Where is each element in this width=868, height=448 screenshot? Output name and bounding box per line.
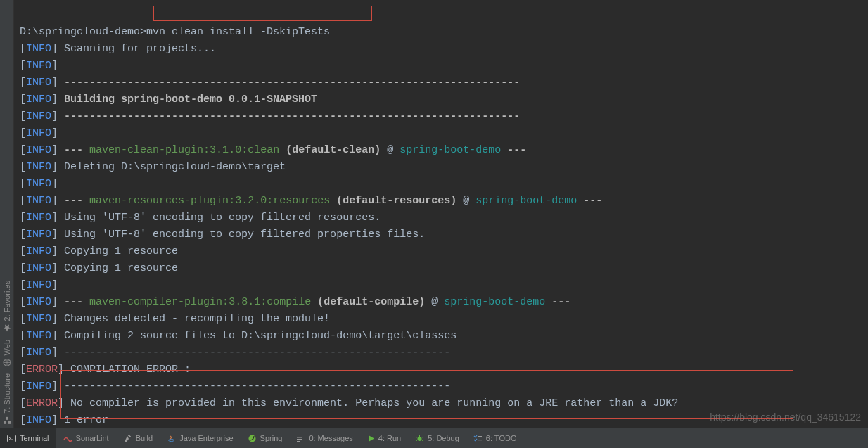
sonarlint-icon bbox=[63, 434, 72, 443]
tool-build-label: Build bbox=[136, 434, 153, 442]
log-text: 1 error bbox=[64, 414, 108, 426]
log-text: --- bbox=[507, 144, 526, 156]
log-level-info: INFO bbox=[26, 161, 51, 173]
log-level-info: INFO bbox=[26, 414, 51, 426]
bottom-toolbar: Terminal SonarLint Build Java Enterprise… bbox=[0, 428, 868, 448]
watermark: https://blog.csdn.net/qq_34615122 bbox=[710, 411, 861, 423]
log-text: @ bbox=[387, 144, 393, 156]
log-level-info: INFO bbox=[26, 330, 51, 342]
terminal-output[interactable]: D:\springcloud-demo>mvn clean install -D… bbox=[14, 0, 868, 428]
log-text: --- bbox=[583, 195, 602, 207]
tool-terminal-label: Terminal bbox=[20, 434, 49, 442]
log-level-info: INFO bbox=[26, 229, 51, 241]
gutter-favorites-label: 2: Favorites bbox=[3, 281, 11, 321]
svg-rect-4 bbox=[8, 435, 16, 442]
tool-java-enterprise[interactable]: Java Enterprise bbox=[160, 428, 240, 448]
gutter-web-label: Web bbox=[3, 340, 11, 355]
star-icon bbox=[3, 324, 11, 333]
log-text: Deleting D:\springcloud-demo\target bbox=[64, 161, 286, 173]
log-plugin: maven-resources-plugin:3.2.0:resources bbox=[89, 195, 330, 207]
log-text: Using 'UTF-8' encoding to copy filtered … bbox=[64, 212, 381, 224]
svg-rect-5 bbox=[128, 434, 131, 437]
log-level-info: INFO bbox=[26, 347, 51, 359]
svg-rect-2 bbox=[6, 417, 8, 420]
tool-run[interactable]: 4: Run bbox=[360, 428, 408, 448]
run-icon bbox=[367, 435, 375, 442]
log-error-text: COMPILATION ERROR : bbox=[70, 364, 191, 376]
tool-java-enterprise-label: Java Enterprise bbox=[179, 434, 233, 442]
log-level-info: INFO bbox=[26, 313, 51, 325]
tool-messages-label: 0: Messages bbox=[309, 434, 352, 442]
gutter-favorites[interactable]: 2: Favorites bbox=[3, 281, 11, 332]
gutter-structure-label: 7: Structure bbox=[3, 373, 11, 414]
java-enterprise-icon bbox=[167, 434, 176, 443]
log-level-info: INFO bbox=[26, 60, 51, 72]
svg-rect-0 bbox=[8, 421, 11, 424]
log-level-info: INFO bbox=[26, 178, 51, 190]
log-level-error: ERROR bbox=[26, 364, 58, 376]
log-level-info: INFO bbox=[26, 262, 51, 274]
tool-messages[interactable]: 0: Messages bbox=[289, 428, 359, 448]
tool-terminal[interactable]: Terminal bbox=[0, 428, 56, 448]
log-text: @ bbox=[463, 195, 469, 207]
log-level-info: INFO bbox=[26, 296, 51, 308]
svg-point-6 bbox=[169, 439, 174, 441]
log-goal: (default-resources) bbox=[336, 195, 457, 207]
tool-todo-label: 6: TODO bbox=[486, 434, 517, 442]
svg-rect-9 bbox=[297, 439, 302, 440]
log-text: --- bbox=[551, 296, 570, 308]
log-text: Using 'UTF-8' encoding to copy filtered … bbox=[64, 229, 425, 241]
todo-icon bbox=[473, 434, 483, 443]
log-level-info: INFO bbox=[26, 245, 51, 257]
log-level-info: INFO bbox=[26, 212, 51, 224]
log-goal: (default-compile) bbox=[317, 296, 425, 308]
svg-point-7 bbox=[248, 435, 255, 442]
tool-debug[interactable]: 5: Debug bbox=[408, 428, 466, 448]
log-text: Copying 1 resource bbox=[64, 245, 178, 257]
svg-rect-1 bbox=[4, 421, 6, 424]
tool-sonarlint-label: SonarLint bbox=[76, 434, 109, 442]
tool-spring-label: Spring bbox=[260, 434, 283, 442]
log-text: @ bbox=[431, 296, 438, 308]
left-tool-gutter: 7: Structure Web 2: Favorites bbox=[0, 0, 14, 428]
debug-icon bbox=[415, 434, 424, 443]
log-level-error: ERROR bbox=[26, 397, 58, 409]
log-plugin: maven-clean-plugin:3.1.0:clean bbox=[89, 144, 279, 156]
log-text: --- bbox=[64, 144, 83, 156]
log-text: --- bbox=[64, 195, 83, 207]
gutter-structure[interactable]: 7: Structure bbox=[3, 373, 11, 425]
web-icon bbox=[3, 358, 11, 366]
tool-build[interactable]: Build bbox=[116, 428, 160, 448]
svg-point-11 bbox=[418, 437, 422, 441]
tool-debug-label: 5: Debug bbox=[428, 434, 459, 442]
log-error-text: No compiler is provided in this environm… bbox=[70, 397, 678, 409]
log-level-info: INFO bbox=[26, 77, 51, 89]
svg-rect-8 bbox=[297, 437, 302, 438]
log-building: Building spring-boot-demo 0.0.1-SNAPSHOT bbox=[64, 94, 317, 105]
log-divider: ----------------------------------------… bbox=[64, 110, 520, 122]
gutter-web[interactable]: Web bbox=[3, 340, 11, 366]
log-text: Scanning for projects... bbox=[64, 43, 216, 55]
build-icon bbox=[123, 434, 132, 443]
prompt-command: mvn clean install -DskipTests bbox=[146, 26, 330, 38]
log-level-info: INFO bbox=[26, 110, 51, 122]
tool-spring[interactable]: Spring bbox=[241, 428, 290, 448]
tool-todo[interactable]: 6: TODO bbox=[466, 428, 524, 448]
log-level-info: INFO bbox=[26, 380, 51, 392]
log-level-info: INFO bbox=[26, 94, 51, 105]
log-level-info: INFO bbox=[26, 279, 51, 291]
messages-icon bbox=[296, 434, 305, 443]
log-text: Compiling 2 source files to D:\springclo… bbox=[64, 330, 457, 342]
log-project: spring-boot-demo bbox=[400, 144, 501, 156]
svg-rect-13 bbox=[478, 440, 482, 440]
log-project: spring-boot-demo bbox=[476, 195, 577, 207]
tool-sonarlint[interactable]: SonarLint bbox=[56, 428, 116, 448]
log-level-info: INFO bbox=[26, 195, 51, 207]
log-level-info: INFO bbox=[26, 43, 51, 55]
log-plugin: maven-compiler-plugin:3.8.1:compile bbox=[89, 296, 311, 308]
log-text: Copying 1 resource bbox=[64, 262, 178, 274]
log-text: Changes detected - recompiling the modul… bbox=[64, 313, 330, 325]
log-text: --- bbox=[64, 296, 83, 308]
log-divider: ----------------------------------------… bbox=[64, 380, 450, 392]
svg-rect-12 bbox=[478, 436, 482, 437]
